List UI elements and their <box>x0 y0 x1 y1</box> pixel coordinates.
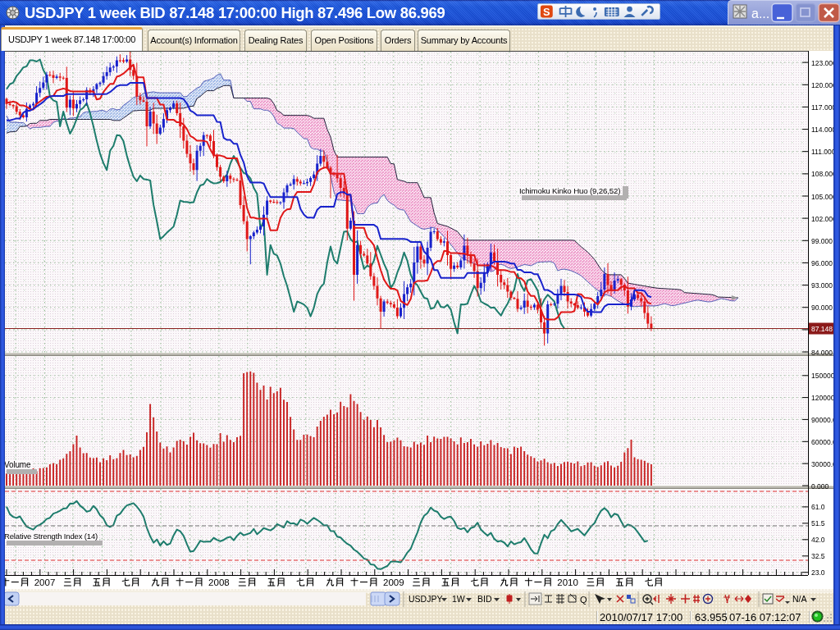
svg-text:Relative Strength Index (14): Relative Strength Index (14) <box>4 532 98 541</box>
svg-text:93.000: 93.000 <box>811 281 833 290</box>
svg-text:32.5: 32.5 <box>811 552 825 560</box>
svg-text:N/A: N/A <box>792 594 807 604</box>
svg-text:117.000: 117.000 <box>811 103 836 112</box>
svg-text:42.0: 42.0 <box>811 536 825 544</box>
svg-text:2007: 2007 <box>34 578 56 587</box>
svg-text:0.000: 0.000 <box>811 482 829 491</box>
svg-text:S: S <box>543 6 550 18</box>
svg-text:84.000: 84.000 <box>811 349 833 357</box>
svg-text:Volume: Volume <box>4 460 31 469</box>
svg-text:114.000: 114.000 <box>811 126 836 134</box>
svg-text:a...: a... <box>751 7 769 21</box>
svg-text:Ichimoku Kinko Huo (9,26,52): Ichimoku Kinko Huo (9,26,52) <box>519 186 620 195</box>
svg-text:96.000: 96.000 <box>811 259 833 267</box>
svg-text:87.148: 87.148 <box>811 325 833 333</box>
svg-text:51.5: 51.5 <box>811 519 825 527</box>
svg-text:2009: 2009 <box>383 578 404 587</box>
svg-text:Q: Q <box>580 595 587 605</box>
svg-text:90.000: 90.000 <box>811 304 833 312</box>
svg-text:61.0: 61.0 <box>811 503 825 511</box>
svg-text:2008: 2008 <box>208 578 230 587</box>
svg-text:99.000: 99.000 <box>811 237 833 245</box>
svg-text:2010: 2010 <box>557 578 578 587</box>
svg-text:23.0: 23.0 <box>811 568 825 577</box>
svg-text:USDJPY: USDJPY <box>409 594 442 604</box>
svg-text:BID: BID <box>477 594 492 604</box>
svg-text:111.000: 111.000 <box>811 148 836 156</box>
svg-text:1W: 1W <box>452 594 465 604</box>
